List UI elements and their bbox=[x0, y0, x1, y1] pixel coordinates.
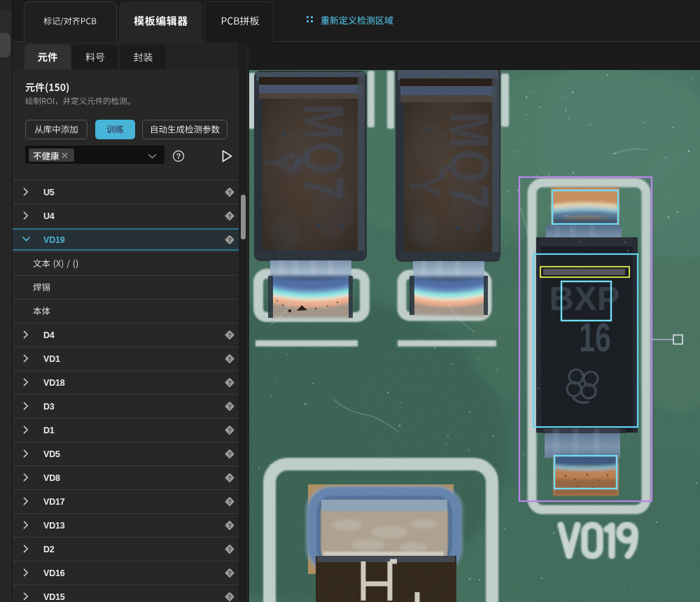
svg-text:?: ? bbox=[227, 475, 231, 482]
svg-text:VD16: VD16 bbox=[43, 568, 65, 578]
svg-text:D1: D1 bbox=[43, 426, 55, 435]
svg-text:?: ? bbox=[227, 427, 231, 434]
svg-text:VD18: VD18 bbox=[43, 378, 65, 388]
svg-text:D4: D4 bbox=[43, 330, 55, 340]
svg-text:?: ? bbox=[227, 594, 231, 601]
svg-text:VD13: VD13 bbox=[43, 521, 65, 531]
svg-text:?: ? bbox=[227, 237, 231, 244]
svg-text:?: ? bbox=[176, 152, 181, 160]
svg-text:?: ? bbox=[227, 522, 231, 529]
svg-text:D3: D3 bbox=[43, 402, 55, 412]
svg-text:U4: U4 bbox=[43, 211, 55, 221]
svg-text:?: ? bbox=[227, 498, 231, 505]
svg-text:VD19: VD19 bbox=[43, 235, 65, 245]
svg-text:?: ? bbox=[227, 570, 231, 577]
svg-text:VD1: VD1 bbox=[43, 354, 60, 364]
svg-text:?: ? bbox=[227, 356, 231, 363]
svg-text:D2: D2 bbox=[43, 545, 55, 554]
svg-text:?: ? bbox=[227, 403, 231, 410]
svg-text:?: ? bbox=[227, 451, 231, 458]
svg-text:VD17: VD17 bbox=[43, 497, 65, 507]
svg-text:?: ? bbox=[227, 213, 231, 220]
svg-text:VD15: VD15 bbox=[43, 592, 65, 602]
svg-text:VD8: VD8 bbox=[43, 473, 60, 483]
svg-text:?: ? bbox=[227, 546, 231, 553]
svg-text:?: ? bbox=[227, 379, 231, 386]
svg-text:?: ? bbox=[227, 332, 231, 339]
svg-text:U5: U5 bbox=[43, 188, 55, 197]
svg-text:?: ? bbox=[227, 189, 231, 196]
svg-text:VD5: VD5 bbox=[43, 449, 60, 459]
